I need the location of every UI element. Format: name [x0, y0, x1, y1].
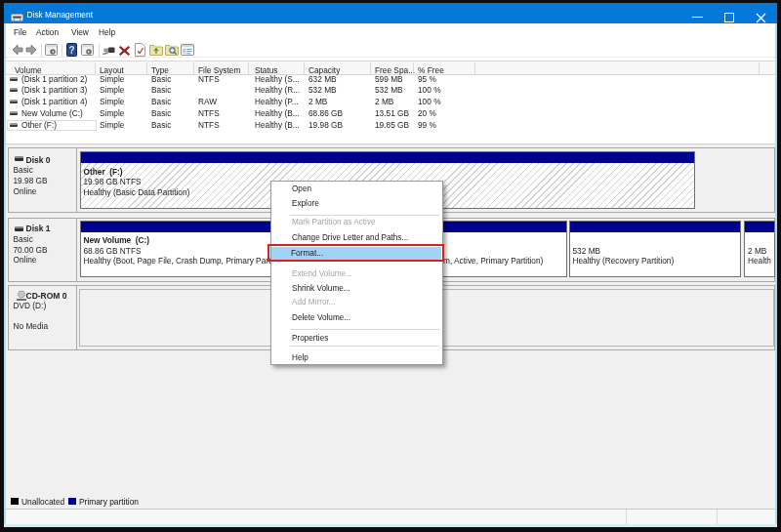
svg-text:?: ? [68, 45, 74, 56]
